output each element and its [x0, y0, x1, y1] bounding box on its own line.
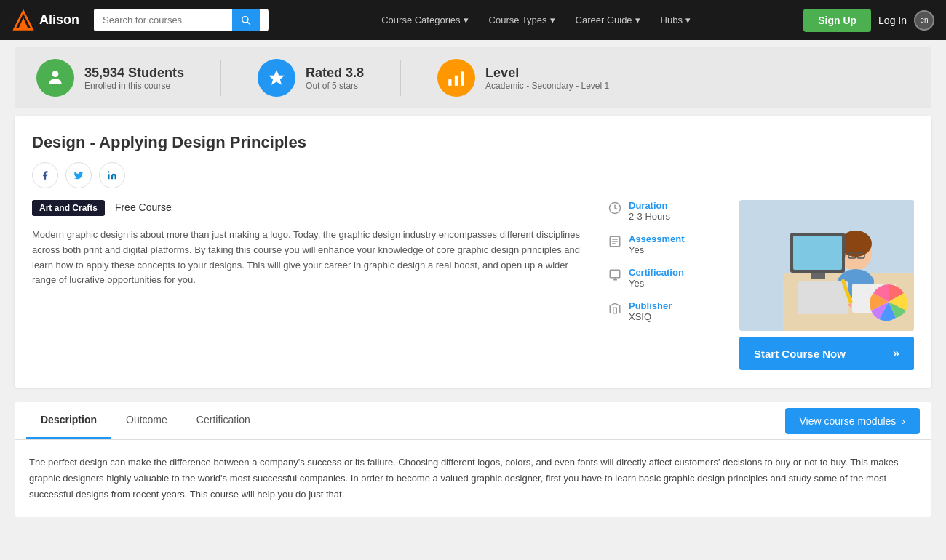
svg-rect-9	[108, 174, 109, 179]
course-details: Duration 2-3 Hours Assessment Yes Cert	[594, 200, 739, 370]
tabs-bar: Description Outcome Certification View c…	[15, 402, 931, 440]
chevron-down-icon: ▾	[550, 15, 555, 25]
search-input[interactable]	[94, 9, 232, 31]
view-modules-button[interactable]: View course modules ›	[785, 408, 920, 434]
svg-rect-6	[448, 79, 451, 86]
logo-icon	[12, 9, 35, 32]
nav-course-categories[interactable]: Course Categories ▾	[373, 9, 477, 31]
rating-label: Out of 5 stars	[306, 81, 364, 91]
svg-rect-8	[461, 71, 464, 86]
signup-button[interactable]: Sign Up	[803, 9, 871, 32]
duration-label: Duration	[629, 200, 670, 211]
course-left: Art and Crafts Free Course Modern graphi…	[32, 200, 594, 370]
login-button[interactable]: Log In	[878, 15, 907, 26]
tab-content: The perfect design can make the differen…	[15, 440, 931, 517]
course-title: Design - Applying Design Principles	[32, 133, 914, 152]
stat-divider-2	[400, 60, 401, 96]
svg-rect-34	[811, 273, 825, 279]
level-icon	[437, 59, 475, 97]
svg-point-4	[52, 71, 59, 77]
description-text: The perfect design can make the differen…	[29, 455, 917, 503]
students-label: Enrolled in this course	[84, 81, 184, 91]
certification-icon	[608, 268, 621, 285]
publisher-icon	[608, 302, 621, 319]
svg-point-10	[108, 171, 109, 172]
level-label: Academic - Secondary - Level 1	[485, 81, 609, 91]
course-thumbnail	[739, 200, 914, 331]
logo[interactable]: Alison	[12, 9, 79, 32]
svg-rect-19	[613, 308, 617, 313]
clock-icon	[608, 201, 621, 218]
course-description: Modern graphic design is about more than…	[32, 228, 594, 288]
logo-text: Alison	[39, 12, 79, 28]
chevron-down-icon: ▾	[464, 15, 469, 25]
svg-rect-33	[793, 236, 842, 270]
chevron-down-icon: ▾	[635, 15, 640, 25]
publisher-value: XSIQ	[629, 311, 672, 322]
stat-divider-1	[220, 60, 221, 96]
tabs-section: Description Outcome Certification View c…	[15, 402, 931, 440]
svg-rect-7	[455, 76, 458, 86]
svg-rect-30	[798, 281, 848, 314]
svg-point-2	[242, 16, 248, 22]
start-course-button[interactable]: Start Course Now »	[739, 337, 914, 370]
chevron-right-icon: ›	[902, 415, 905, 427]
stat-level: Level Academic - Secondary - Level 1	[437, 59, 609, 97]
course-tags: Art and Crafts Free Course	[32, 200, 594, 220]
twitter-share-button[interactable]	[65, 162, 92, 188]
facebook-share-button[interactable]	[32, 162, 58, 188]
assessment-icon	[608, 235, 621, 252]
language-selector[interactable]: en	[914, 10, 934, 31]
category-tag: Art and Crafts	[32, 200, 105, 216]
rating-icon	[258, 59, 295, 97]
twitter-icon	[73, 170, 84, 180]
students-count: 35,934 Students	[84, 65, 184, 81]
nav-hubs[interactable]: Hubs ▾	[652, 9, 699, 31]
duration-value: 2-3 Hours	[629, 211, 670, 222]
detail-certification: Certification Yes	[608, 267, 739, 289]
tab-outcome[interactable]: Outcome	[111, 402, 182, 439]
detail-duration: Duration 2-3 Hours	[608, 200, 739, 222]
search-button[interactable]	[232, 9, 260, 31]
facebook-icon	[40, 170, 50, 180]
nav-course-types[interactable]: Course Types ▾	[480, 9, 564, 31]
detail-assessment: Assessment Yes	[608, 233, 739, 255]
tab-description[interactable]: Description	[26, 402, 111, 439]
level-value: Level	[485, 65, 609, 81]
detail-publisher: Publisher XSIQ	[608, 300, 739, 322]
svg-rect-16	[610, 270, 620, 278]
certification-value: Yes	[629, 278, 684, 289]
students-icon	[36, 59, 74, 97]
course-meta-layout: Art and Crafts Free Course Modern graphi…	[32, 200, 914, 370]
stat-students: 35,934 Students Enrolled in this course	[36, 59, 184, 97]
search-bar	[94, 9, 269, 31]
rating-value: Rated 3.8	[306, 65, 364, 81]
nav-career-guide[interactable]: Career Guide ▾	[567, 9, 649, 31]
navbar: Alison Course Categories ▾ Course Types …	[0, 0, 946, 40]
svg-line-3	[247, 21, 250, 24]
course-card: Design - Applying Design Principles Art …	[15, 116, 931, 388]
chevron-down-icon: ▾	[685, 15, 691, 25]
thumbnail-image	[739, 200, 914, 331]
stat-rating: Rated 3.8 Out of 5 stars	[258, 59, 364, 97]
cta-section: Start Course Now »	[739, 200, 914, 370]
linkedin-share-button[interactable]	[99, 162, 125, 188]
svg-marker-5	[269, 70, 285, 85]
assessment-label: Assessment	[629, 233, 685, 244]
nav-links: Course Categories ▾ Course Types ▾ Caree…	[276, 9, 796, 31]
nav-right: Sign Up Log In en	[803, 9, 934, 32]
linkedin-icon	[107, 170, 117, 180]
stats-bar: 35,934 Students Enrolled in this course …	[15, 47, 931, 108]
search-icon	[241, 15, 251, 25]
tab-certification[interactable]: Certification	[182, 402, 265, 439]
certification-label: Certification	[629, 267, 684, 278]
publisher-label: Publisher	[629, 300, 672, 311]
price-label: Free Course	[115, 201, 172, 213]
chevrons-icon: »	[893, 347, 899, 360]
social-icons	[32, 162, 914, 188]
assessment-value: Yes	[629, 244, 685, 255]
